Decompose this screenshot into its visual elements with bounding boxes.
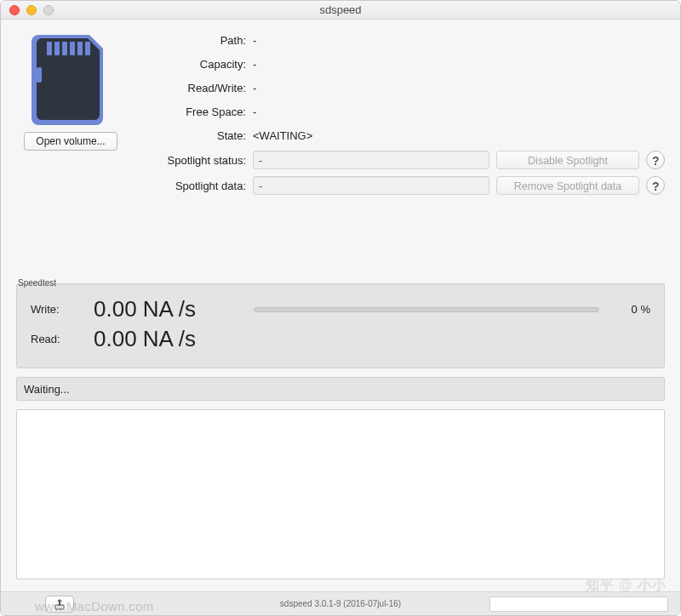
svg-rect-3: [70, 42, 75, 55]
svg-rect-6: [37, 67, 42, 83]
svg-rect-1: [54, 42, 60, 55]
version-text: sdspeed 3.0.1-9 (2016-07jul-16): [280, 599, 401, 608]
svg-rect-2: [62, 42, 67, 55]
path-value: -: [253, 34, 256, 47]
share-button[interactable]: [45, 596, 74, 613]
speedtest-group: Speedtest Write: 0.00 NA /s 0 % Read: 0.…: [16, 283, 665, 579]
capacity-value: -: [253, 58, 256, 71]
log-box[interactable]: [16, 409, 665, 579]
app-window: sdspeed Ope: [0, 0, 681, 616]
svg-rect-4: [77, 42, 83, 55]
read-label: Read:: [31, 333, 78, 345]
svg-rect-5: [85, 42, 90, 55]
spotlight-status-field: -: [253, 151, 489, 169]
close-icon[interactable]: [9, 5, 20, 15]
progress-bar: [254, 307, 599, 312]
speedtest-group-title: Speedtest: [16, 278, 58, 288]
titlebar: sdspeed: [1, 1, 680, 20]
write-value: 0.00 NA /s: [94, 296, 238, 322]
spotlight-data-label: Spotlight data:: [137, 180, 246, 192]
path-label: Path:: [137, 34, 246, 47]
spotlight-status-label: Spotlight status:: [137, 154, 246, 167]
capacity-label: Capacity:: [137, 58, 246, 71]
readwrite-label: Read/Write:: [137, 82, 246, 94]
open-volume-button[interactable]: Open volume...: [24, 132, 117, 151]
help-spotlight-data-button[interactable]: ?: [646, 176, 665, 195]
window-title: sdspeed: [319, 3, 361, 16]
content-area: Open volume... Path: - Capacity: - Read/…: [1, 20, 680, 591]
progress-area: 0 %: [254, 303, 650, 316]
footer-field[interactable]: [489, 596, 668, 612]
write-label: Write:: [31, 303, 78, 316]
progress-percent: 0 %: [613, 303, 650, 316]
footer: sdspeed 3.0.1-9 (2016-07jul-16): [1, 591, 680, 615]
freespace-value: -: [253, 106, 256, 118]
state-label: State:: [137, 129, 246, 142]
remove-spotlight-data-button[interactable]: Remove Spotlight data: [496, 176, 639, 195]
status-box: Waiting...: [16, 377, 665, 401]
freespace-label: Free Space:: [137, 106, 246, 118]
read-value: 0.00 NA /s: [94, 326, 238, 352]
speedtest-box: Write: 0.00 NA /s 0 % Read: 0.00 NA /s: [16, 283, 665, 368]
left-column: Open volume...: [16, 28, 125, 151]
minimize-icon[interactable]: [26, 5, 37, 15]
status-text: Waiting...: [24, 383, 70, 396]
sd-card-icon: [31, 31, 110, 125]
info-panel: Open volume... Path: - Capacity: - Read/…: [16, 28, 665, 202]
info-grid: Path: - Capacity: - Read/Write: - Free S…: [137, 31, 665, 202]
spotlight-data-field: -: [253, 176, 489, 195]
readwrite-value: -: [253, 82, 256, 94]
window-controls: [9, 5, 54, 15]
state-value: <WAITING>: [253, 129, 312, 142]
help-spotlight-status-button[interactable]: ?: [646, 151, 665, 169]
disable-spotlight-button[interactable]: Disable Spotlight: [496, 151, 639, 169]
share-icon: [54, 598, 66, 610]
svg-rect-0: [47, 42, 52, 55]
zoom-icon: [43, 5, 54, 15]
